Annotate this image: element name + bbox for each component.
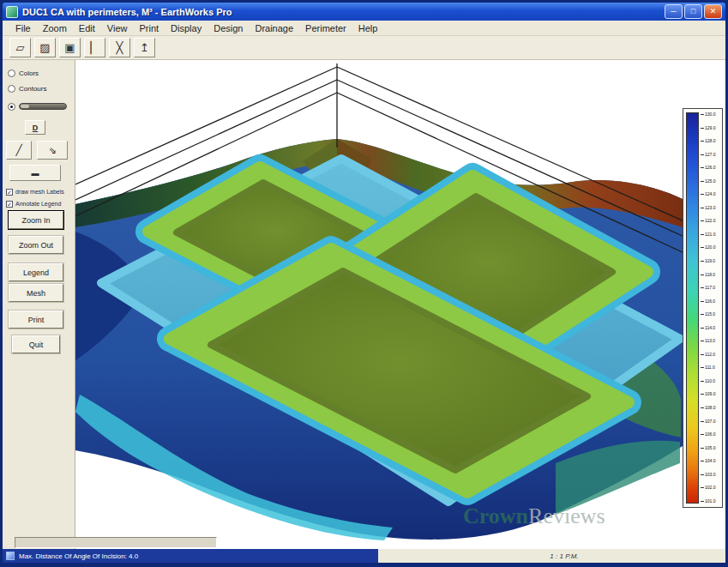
minimize-button[interactable]: ─ [665,4,683,19]
status-icon [6,552,15,560]
status-right: 1 : 1 P.M. [378,549,725,563]
terrain-render: CrownReviews [75,60,725,549]
slope-button[interactable]: ╱ [6,141,32,160]
workspace: Colors Contours D ╱ ⇘ ▬ draw mesh Labels… [3,60,725,549]
watermark-part1: Crown [463,504,529,528]
radio-custom[interactable] [8,100,67,112]
toolbar-button[interactable]: ▱ [9,38,31,57]
elevation-legend: 130.0129.0128.0127.0126.0125.0124.0123.0… [683,108,723,508]
legend-tick-label: 128.0 [701,139,720,143]
toolbar-button-icon: ▏ [91,41,99,54]
menu-item[interactable]: Perimeter [299,22,352,34]
legend-tick-label: 101.0 [701,499,720,504]
legend-tick-label: 104.0 [701,459,720,463]
viewport-3d[interactable]: CrownReviews 130.0129.0128.0127.0126.012… [75,60,725,549]
legend-tick-label: 116.0 [701,299,720,304]
legend-tick-label: 115.0 [701,312,720,317]
level-button[interactable]: ▬ [9,165,61,181]
toolbar-button[interactable]: ↥ [134,38,155,57]
menu-item[interactable]: Edit [73,22,101,34]
app-window: DUC1 CA with perimeters, M³ - EarthWorks… [0,0,728,567]
legend-tick-label: 123.0 [701,206,720,210]
sidebar-button[interactable]: Legend [9,263,63,281]
menu-item[interactable]: Drainage [249,22,299,34]
legend-tick-label: 121.0 [701,232,720,237]
legend-tick-label: 120.0 [701,245,720,250]
legend-tick-label: 105.0 [701,446,720,450]
legend-tick-label: 106.0 [701,432,720,437]
toolbar-button[interactable]: ▣ [59,38,81,57]
checkbox-mesh-labels-box [6,189,13,196]
menu-item[interactable]: File [9,22,37,34]
menu-item[interactable]: Print [133,22,165,34]
radio-colors[interactable]: Colors [8,67,39,79]
status-message: Max. Distance Of Angle Of Incision: 4.0 [19,552,138,560]
watermark: CrownReviews [463,504,605,528]
toolbar-button-icon: ▣ [64,41,75,54]
legend-tick-label: 113.0 [701,339,720,343]
legend-tick-label: 126.0 [701,166,720,170]
legend-tick-label: 129.0 [701,126,720,130]
radio-colors-label: Colors [19,69,39,77]
title-bar: DUC1 CA with perimeters, M³ - EarthWorks… [3,3,725,21]
legend-tick-label: 125.0 [701,179,720,184]
legend-tick-label: 118.0 [701,273,720,277]
app-icon [6,6,18,18]
legend-tick-label: 130.0 [701,112,720,117]
sidebar-button[interactable]: Quit [12,335,60,353]
toolbar-button-icon: ╳ [117,41,123,54]
menu-item[interactable]: View [101,22,134,34]
d-button[interactable]: D [25,120,45,135]
toolbar-button[interactable]: ╳ [109,38,130,57]
sidebar-button[interactable]: Zoom In [9,211,63,229]
checkbox-mesh-labels-text: draw mesh Labels [15,189,64,195]
toolbar-button-icon: ↥ [140,41,149,54]
sidebar-button[interactable]: Mesh [9,284,63,302]
legend-tick-label: 114.0 [701,326,720,330]
checkbox-mesh-labels[interactable]: draw mesh Labels [6,187,64,196]
status-left: Max. Distance Of Angle Of Incision: 4.0 [3,549,378,563]
legend-tick-label: 109.0 [701,392,720,396]
menu-item[interactable]: Zoom [37,22,73,34]
checkbox-annotate-legend-text: Annotate Legend [15,201,61,207]
window-controls: ─ □ ✕ [665,4,722,19]
menu-item[interactable]: Help [352,22,384,34]
legend-gradient-bar [686,112,699,504]
legend-tick-label: 127.0 [701,153,720,157]
status-bar: Max. Distance Of Angle Of Incision: 4.0 … [3,549,725,563]
legend-tick-label: 108.0 [701,406,720,410]
legend-tick-label: 119.0 [701,259,720,263]
checkbox-annotate-legend-box [6,201,13,208]
legend-tick-label: 124.0 [701,192,720,196]
maximize-button[interactable]: □ [684,4,702,19]
close-button[interactable]: ✕ [704,4,722,19]
legend-tick-label: 107.0 [701,419,720,424]
control-sidebar: Colors Contours D ╱ ⇘ ▬ draw mesh Labels… [3,60,75,549]
toolbar-button-icon: ▱ [16,41,25,54]
legend-tick-label: 117.0 [701,286,720,290]
legend-tick-label: 111.0 [701,365,720,370]
dig-button[interactable]: ⇘ [37,141,68,160]
shade-slider[interactable] [19,103,67,110]
legend-tick-label: 102.0 [701,486,720,490]
legend-tick-label: 112.0 [701,353,720,357]
sidebar-button[interactable]: Print [9,311,63,329]
radio-custom-icon [8,103,15,111]
checkbox-annotate-legend[interactable]: Annotate Legend [6,199,61,208]
toolbar-button[interactable]: ▏ [84,38,105,57]
radio-colors-icon [8,69,15,77]
menu-item[interactable]: Display [165,22,208,34]
menu-item[interactable]: Design [208,22,249,34]
radio-contours[interactable]: Contours [8,82,46,94]
legend-tick-label: 122.0 [701,219,720,223]
window-title: DUC1 CA with perimeters, M³ - EarthWorks… [22,7,660,17]
radio-contours-icon [8,85,15,93]
coordinate-field [15,537,217,548]
watermark-part2: Reviews [528,504,605,528]
sidebar-button[interactable]: Zoom Out [9,236,63,254]
legend-tick-label: 110.0 [701,379,720,383]
toolbar-button[interactable]: ▨ [34,38,56,57]
legend-tick-label: 103.0 [701,473,720,477]
toolbar: ▱▨▣▏╳↥ [3,36,725,60]
radio-contours-label: Contours [19,85,46,93]
